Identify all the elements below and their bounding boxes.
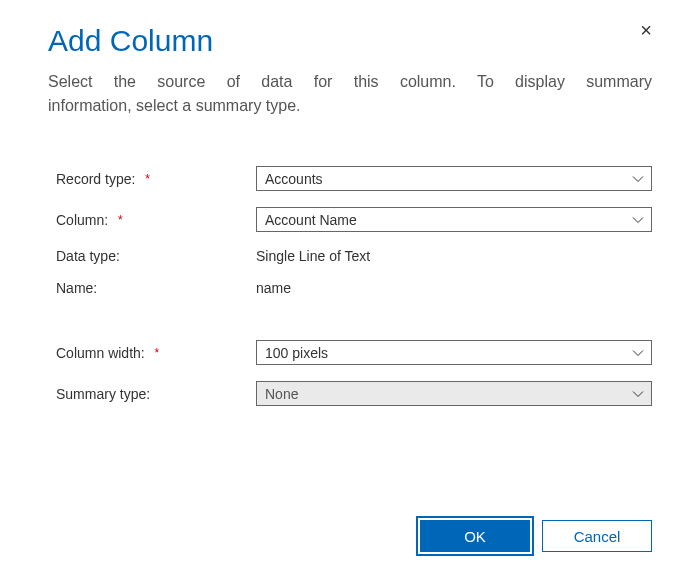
record-type-select[interactable]: Accounts	[256, 166, 652, 191]
spacer	[56, 312, 256, 324]
form: Record type: * Accounts Column: * Accoun…	[48, 166, 652, 406]
column-select[interactable]: Account Name	[256, 207, 652, 232]
cancel-button[interactable]: Cancel	[542, 520, 652, 552]
ok-button[interactable]: OK	[420, 520, 530, 552]
column-width-select[interactable]: 100 pixels	[256, 340, 652, 365]
label-text: Column width:	[56, 345, 145, 361]
name-value: name	[256, 280, 652, 296]
dialog-footer: OK Cancel	[48, 500, 652, 552]
close-button[interactable]: ×	[640, 20, 652, 40]
name-label: Name:	[56, 280, 256, 296]
column-label: Column: *	[56, 212, 256, 228]
data-type-value: Single Line of Text	[256, 248, 652, 264]
record-type-select-wrap: Accounts	[256, 166, 652, 191]
label-text: Record type:	[56, 171, 135, 187]
label-text: Column:	[56, 212, 108, 228]
record-type-label: Record type: *	[56, 171, 256, 187]
add-column-dialog: × Add Column Select the source of data f…	[0, 0, 700, 576]
spacer	[256, 312, 652, 324]
column-select-wrap: Account Name	[256, 207, 652, 232]
close-icon: ×	[640, 19, 652, 41]
required-asterisk: *	[145, 172, 150, 186]
data-type-label: Data type:	[56, 248, 256, 264]
required-asterisk: *	[118, 213, 123, 227]
dialog-subtitle: Select the source of data for this colum…	[48, 70, 652, 118]
column-width-select-wrap: 100 pixels	[256, 340, 652, 365]
required-asterisk: *	[155, 346, 160, 360]
subtitle-line: information, select a summary type.	[48, 94, 652, 118]
column-width-label: Column width: *	[56, 345, 256, 361]
dialog-title: Add Column	[48, 24, 652, 58]
summary-type-select-wrap: None	[256, 381, 652, 406]
summary-type-select: None	[256, 381, 652, 406]
summary-type-label: Summary type:	[56, 386, 256, 402]
subtitle-line: Select the source of data for this colum…	[48, 70, 652, 94]
